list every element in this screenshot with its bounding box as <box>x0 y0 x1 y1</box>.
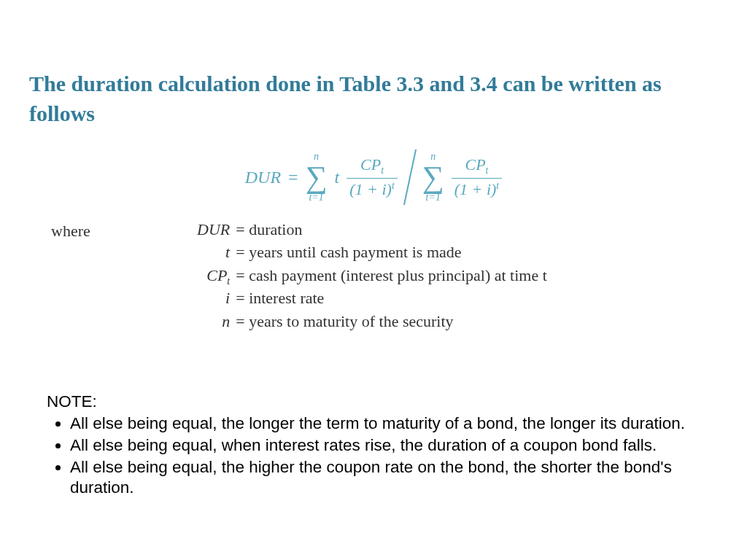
fraction-2-den: (1 + i)t <box>452 180 503 199</box>
def-desc-3: = interest rate <box>236 289 547 310</box>
sigma-1-lower: t=1 <box>309 192 323 203</box>
fraction-1-num-base: CP <box>360 155 381 174</box>
division-slash <box>403 149 417 206</box>
sigma-1-symbol: ∑ <box>306 162 328 192</box>
fraction-1-den: (1 + i)t <box>347 180 398 199</box>
where-label: where <box>51 220 197 241</box>
definitions-block: where DUR = duration t = years until cas… <box>51 220 718 333</box>
fraction-1-bar <box>347 178 398 179</box>
def-sym-4: n <box>197 312 230 333</box>
definitions-table: DUR = duration t = years until cash paym… <box>197 220 547 333</box>
sigma-2: n ∑ t=1 <box>422 152 444 203</box>
def-sym-1: t <box>197 243 230 264</box>
note-label: NOTE: <box>47 392 700 412</box>
fraction-2-num: CPt <box>462 155 491 176</box>
def-desc-0: = duration <box>236 220 547 241</box>
duration-formula: DUR = n ∑ t=1 t CPt (1 + i)t n ∑ <box>29 149 718 206</box>
fraction-2-bar <box>452 178 503 179</box>
sigma-1: n ∑ t=1 <box>306 152 328 203</box>
fraction-2-den-base: (1 + i) <box>454 180 497 198</box>
sigma-2-lower: t=1 <box>426 192 441 203</box>
formula-eq: = <box>288 168 298 187</box>
fraction-1: CPt (1 + i)t <box>347 155 398 200</box>
fraction-2: CPt (1 + i)t <box>452 155 503 200</box>
def-desc-2: = cash payment (interest plus principal)… <box>236 266 547 287</box>
fraction-1-num-sub: t <box>381 165 384 176</box>
fraction-1-num: CPt <box>357 155 387 176</box>
def-sym-2: CPt <box>197 266 230 287</box>
fraction-2-num-sub: t <box>486 165 489 176</box>
slide: The duration calculation done in Table 3… <box>0 0 747 560</box>
def-sym-0: DUR <box>197 220 230 241</box>
fraction-2-num-base: CP <box>465 155 485 174</box>
note-block: NOTE: All else being equal, the longer t… <box>29 392 718 499</box>
fraction-1-den-exp: t <box>392 180 395 191</box>
sigma-2-symbol: ∑ <box>422 162 444 192</box>
def-desc-1: = years until cash payment is made <box>236 243 547 264</box>
formula-t-factor: t <box>335 168 340 187</box>
def-sym-3: i <box>197 289 230 310</box>
def-desc-4: = years to maturity of the security <box>236 312 547 333</box>
note-item-1: All else being equal, when interest rate… <box>70 435 700 456</box>
note-list: All else being equal, the longer the ter… <box>47 413 700 499</box>
fraction-1-den-base: (1 + i) <box>349 180 392 198</box>
formula-lhs: DUR <box>245 168 281 187</box>
note-item-2: All else being equal, the higher the cou… <box>70 457 700 498</box>
slide-title: The duration calculation done in Table 3… <box>29 69 718 128</box>
note-item-0: All else being equal, the longer the ter… <box>70 413 700 434</box>
fraction-2-den-exp: t <box>496 180 499 191</box>
